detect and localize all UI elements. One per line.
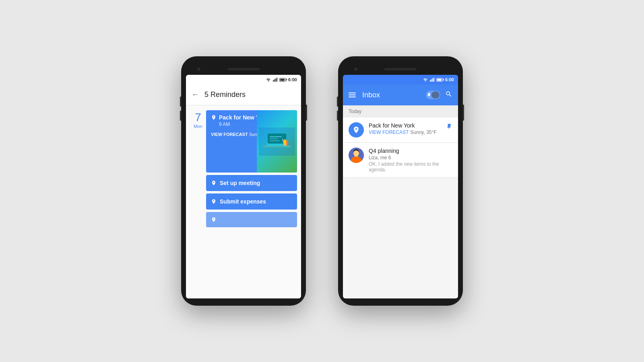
menu-line-1 [349, 93, 356, 93]
laptop-illustration [259, 128, 295, 156]
inbox-forecast-link-pack[interactable]: VIEW FORECAST [369, 130, 409, 135]
inbox-section-today: Today [343, 105, 458, 117]
pin-toggle[interactable] [426, 90, 440, 99]
svg-point-20 [355, 149, 357, 152]
menu-button[interactable] [349, 93, 356, 97]
phone-camera-2 [354, 68, 357, 71]
inbox-avatar-reminder [349, 122, 364, 138]
svg-point-21 [354, 152, 359, 157]
svg-rect-3 [277, 78, 277, 82]
phone-screen-inbox: 6:00 Inbox [343, 75, 458, 298]
reminder-title-expenses: Submit expenses [220, 198, 266, 205]
app-header-reminders: ← 5 Reminders [186, 84, 301, 105]
battery-icon-2 [436, 78, 443, 82]
reminder-icon-extra [211, 217, 217, 222]
reminder-forecast-link-pack[interactable]: VIEW FORECAST [211, 132, 248, 137]
reminders-title: 5 Reminders [204, 90, 246, 99]
vol-down-button-2 [337, 111, 338, 121]
status-bar-icons-2: 6:00 [423, 77, 454, 82]
svg-rect-1 [274, 79, 275, 82]
vol-up-button-2 [337, 97, 338, 107]
svg-rect-10 [270, 140, 280, 141]
inbox-item-sender-name-q4: Liza, me 6 [369, 155, 391, 160]
inbox-item-preview-q4: OK, I added the new items to the agenda. [369, 161, 452, 173]
reminder-card-pack[interactable]: Pack for New York 9 AM VIEW FORECAST Sun… [206, 110, 297, 173]
status-bar-icons-1: 6:00 [266, 77, 297, 82]
inbox-item-body-q4: Q4 planning Liza, me 6 OK, I added the n… [369, 148, 452, 173]
signal-icon-1 [273, 78, 278, 82]
svg-rect-9 [270, 138, 278, 139]
reminder-card-image-inner [257, 110, 297, 173]
phone-reminders: 6:00 ← 5 Reminders 7 Mon [181, 56, 306, 306]
status-time-1: 6:00 [288, 77, 297, 82]
inbox-item-q4[interactable]: Q4 planning Liza, me 6 OK, I added the n… [343, 143, 458, 178]
search-button-inbox[interactable] [445, 90, 452, 100]
phone-top-bar-1 [186, 64, 301, 75]
menu-line-3 [349, 97, 356, 97]
phone-screen-reminders: 6:00 ← 5 Reminders 7 Mon [186, 75, 301, 298]
battery-icon-1 [279, 78, 286, 82]
inbox-item-subtitle-pack: VIEW FORECAST Sunny, 35°F [369, 130, 441, 135]
reminder-card-meeting[interactable]: Set up meeting [206, 175, 297, 191]
inbox-item-title-q4: Q4 planning [369, 148, 452, 154]
svg-rect-2 [275, 78, 276, 82]
date-column: 7 Mon [190, 110, 206, 294]
pin-icon-pack [446, 123, 452, 130]
reminder-cards-column: Pack for New York 9 AM VIEW FORECAST Sun… [206, 110, 297, 294]
inbox-item-pack[interactable]: Pack for New York VIEW FORECAST Sunny, 3… [343, 117, 458, 143]
reminders-content: 7 Mon Pack for New York [186, 105, 301, 298]
status-time-2: 6:00 [445, 77, 454, 82]
status-bar-2: 6:00 [343, 75, 458, 84]
person-avatar-svg [349, 148, 364, 163]
vol-down-button-1 [180, 111, 181, 121]
svg-rect-8 [270, 136, 282, 137]
power-button-1 [306, 105, 307, 121]
reminder-card-extra[interactable] [206, 212, 297, 227]
svg-rect-15 [431, 79, 432, 82]
date-day: Mon [194, 124, 202, 129]
vol-up-button-1 [180, 97, 181, 107]
reminders-list: 7 Mon Pack for New York [186, 105, 301, 298]
wifi-icon-1 [266, 78, 271, 82]
inbox-item-title-pack: Pack for New York [369, 122, 441, 129]
inbox-pin-icon-pack [446, 123, 452, 131]
svg-rect-23 [357, 154, 359, 155]
inbox-item-sender-q4: Liza, me 6 [369, 155, 452, 160]
reminder-avatar-icon [352, 126, 360, 134]
phone-inbox: 6:00 Inbox [338, 56, 463, 306]
signal-icon-2 [430, 78, 435, 82]
svg-rect-22 [354, 154, 356, 155]
date-number: 7 [195, 112, 201, 123]
back-button[interactable]: ← [192, 90, 199, 99]
phone-speaker-1 [227, 68, 260, 70]
phone-camera-1 [197, 68, 200, 71]
reminder-icon-meeting [211, 180, 217, 186]
pin-icon-toggle [427, 93, 431, 97]
reminder-icon-expenses [211, 199, 217, 204]
svg-rect-14 [430, 80, 431, 82]
inbox-title: Inbox [362, 91, 421, 99]
reminder-card-expenses[interactable]: Submit expenses [206, 193, 297, 210]
svg-rect-26 [355, 156, 357, 158]
power-button-2 [463, 105, 464, 121]
inbox-item-body-pack: Pack for New York VIEW FORECAST Sunny, 3… [369, 122, 441, 135]
menu-line-2 [349, 95, 356, 95]
phone-top-bar-2 [343, 64, 458, 75]
phone-speaker-2 [384, 68, 417, 70]
inbox-forecast-value-pack: Sunny, 35°F [410, 130, 436, 135]
svg-point-25 [352, 157, 360, 163]
svg-rect-16 [432, 78, 433, 82]
search-icon-svg [445, 90, 452, 98]
reminder-title-meeting: Set up meeting [220, 180, 260, 186]
pin-toggle-knob [431, 91, 440, 99]
wifi-icon-2 [423, 78, 428, 82]
reminder-card-image-pack [257, 110, 297, 173]
status-bar-1: 6:00 [186, 75, 301, 84]
svg-rect-17 [433, 78, 434, 82]
inbox-content: Today Pack for New York VIEW FORECAST Su… [343, 105, 458, 298]
svg-rect-12 [286, 140, 288, 146]
reminder-icon-pack [211, 115, 217, 120]
svg-point-19 [353, 149, 359, 155]
svg-rect-0 [273, 80, 274, 82]
inbox-avatar-person [349, 148, 364, 163]
